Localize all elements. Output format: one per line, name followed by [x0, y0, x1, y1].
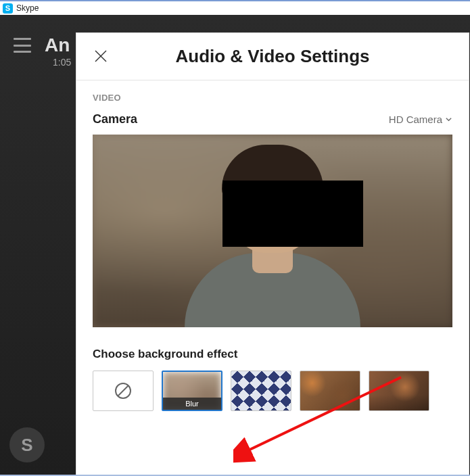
- camera-preview: [93, 135, 452, 327]
- video-section-label: VIDEO: [93, 93, 452, 103]
- title-bar: S Skype: [0, 0, 470, 15]
- camera-label: Camera: [93, 112, 137, 126]
- camera-selected-value: HD Camera: [389, 114, 442, 125]
- panel-content: VIDEO Camera HD Camera: [76, 80, 469, 411]
- close-button[interactable]: [93, 48, 109, 64]
- camera-dropdown[interactable]: HD Camera: [389, 114, 452, 125]
- panel-title: Audio & Video Settings: [76, 46, 469, 67]
- none-icon: [114, 381, 133, 400]
- chevron-down-icon: [445, 116, 452, 123]
- choose-bg-label: Choose background effect: [93, 348, 452, 361]
- effect-pattern-1[interactable]: [231, 371, 291, 411]
- settings-panel: Audio & Video Settings VIDEO Camera HD C…: [76, 32, 469, 476]
- call-time: 1:05: [53, 57, 71, 68]
- camera-row: Camera HD Camera: [93, 112, 452, 126]
- effect-blur[interactable]: Blur: [162, 371, 222, 411]
- app-name: Skype: [16, 3, 39, 13]
- panel-header: Audio & Video Settings: [76, 33, 469, 80]
- app-body: An 1:05 S Audio & Video Settings VIDEO C…: [0, 15, 470, 476]
- close-icon: [93, 48, 109, 64]
- skype-bubble-icon[interactable]: S: [9, 427, 45, 462]
- menu-icon[interactable]: [14, 38, 31, 53]
- contact-name-partial: An: [45, 34, 70, 56]
- skype-app-icon: S: [3, 3, 13, 14]
- effect-pattern-2[interactable]: [300, 371, 360, 411]
- effect-blur-label: Blur: [163, 398, 221, 410]
- effect-none[interactable]: [93, 371, 154, 411]
- svg-line-3: [118, 385, 128, 396]
- redaction-box: [222, 181, 363, 247]
- effects-row: Blur: [93, 371, 452, 411]
- effect-pattern-3[interactable]: [369, 371, 429, 411]
